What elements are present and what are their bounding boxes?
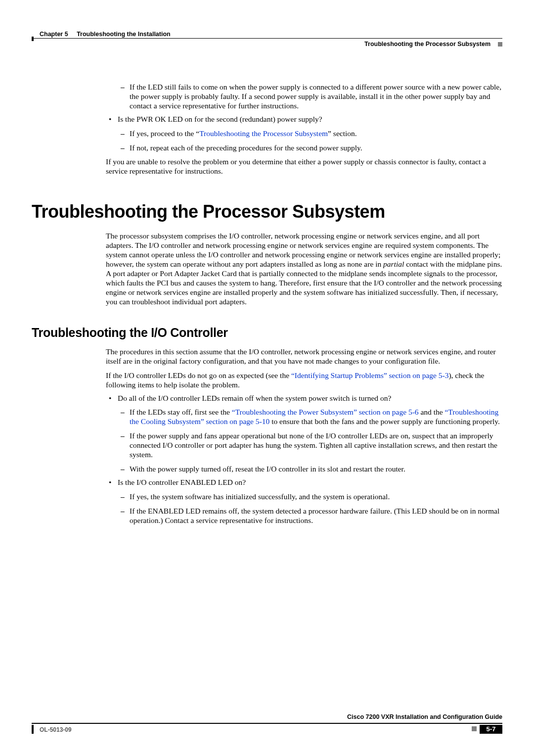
- body-paragraph: The procedures in this section assume th…: [106, 347, 502, 366]
- dash-item: With the power supply turned off, reseat…: [106, 465, 502, 474]
- body-paragraph: The processor subsystem comprises the I/…: [106, 232, 502, 306]
- bullet-item: Is the I/O controller ENABLED LED on?: [106, 478, 502, 487]
- footer-bar-left: [32, 725, 34, 734]
- dash-item: If the ENABLED LED remains off, the syst…: [106, 507, 502, 525]
- s2-dash-list-1: If the LEDs stay off, first see the “Tro…: [106, 408, 502, 473]
- s2-bullet-list-2: Is the I/O controller ENABLED LED on?: [106, 478, 502, 487]
- s2-bullet-list: Do all of the I/O controller LEDs remain…: [106, 394, 502, 403]
- link-power-subsystem[interactable]: “Troubleshooting the Power Subsystem” se…: [232, 408, 419, 416]
- text: If the I/O controller LEDs do not go on …: [106, 371, 291, 379]
- footer-guide-title: Cisco 7200 VXR Installation and Configur…: [347, 713, 502, 720]
- header-left: Chapter 5 Troubleshooting the Installati…: [40, 31, 171, 38]
- text: If the LEDs stay off, first see the: [130, 408, 232, 416]
- text: and the: [419, 408, 445, 416]
- text: If yes, proceed to the “: [130, 129, 199, 138]
- main-content: If the LED still fails to come on when t…: [106, 83, 502, 525]
- text: to ensure that both the fans and the pow…: [269, 417, 500, 425]
- footer-doc-number: OL-5013-09: [40, 726, 72, 733]
- body-paragraph: If the I/O controller LEDs do not go on …: [106, 371, 502, 390]
- dash-item: If yes, proceed to the “Troubleshooting …: [106, 129, 502, 139]
- link-processor-subsystem[interactable]: Troubleshooting the Processor Subsystem: [199, 129, 328, 138]
- heading-2: Troubleshooting the I/O Controller: [32, 325, 502, 340]
- dash-item: If the LEDs stay off, first see the “Tro…: [106, 408, 502, 426]
- bullet-item: Is the PWR OK LED on for the second (red…: [106, 115, 502, 124]
- italic-text: partial: [383, 260, 404, 268]
- top-bullet-list: Is the PWR OK LED on for the second (red…: [106, 115, 502, 124]
- header-square-icon: [498, 42, 502, 47]
- dash-item: If yes, the system software has initiali…: [106, 492, 502, 502]
- heading-1: Troubleshooting the Processor Subsystem: [32, 201, 502, 223]
- header-bar-left: [32, 37, 34, 41]
- dash-item: If not, repeat each of the preceding pro…: [106, 143, 502, 153]
- header-title: Troubleshooting the Installation: [77, 31, 171, 38]
- top-dash-list: If the LED still fails to come on when t…: [106, 83, 502, 111]
- header-chapter: Chapter 5: [40, 31, 68, 38]
- footer-square-icon: [472, 726, 477, 731]
- dash-item: If the power supply and fans appear oper…: [106, 431, 502, 460]
- body-paragraph: If you are unable to resolve the problem…: [106, 157, 502, 176]
- dash-item: If the LED still fails to come on when t…: [106, 83, 502, 111]
- bullet-item: Do all of the I/O controller LEDs remain…: [106, 394, 502, 403]
- footer-rule: [32, 723, 502, 724]
- top-dash-list-2: If yes, proceed to the “Troubleshooting …: [106, 129, 502, 153]
- header-right: Troubleshooting the Processor Subsystem: [364, 41, 490, 47]
- link-startup-problems[interactable]: “Identifying Startup Problems” section o…: [291, 371, 449, 379]
- s2-dash-list-2: If yes, the system software has initiali…: [106, 492, 502, 525]
- text: ” section.: [328, 129, 357, 138]
- header-rule: [32, 38, 502, 39]
- page-number: 5-7: [480, 725, 502, 734]
